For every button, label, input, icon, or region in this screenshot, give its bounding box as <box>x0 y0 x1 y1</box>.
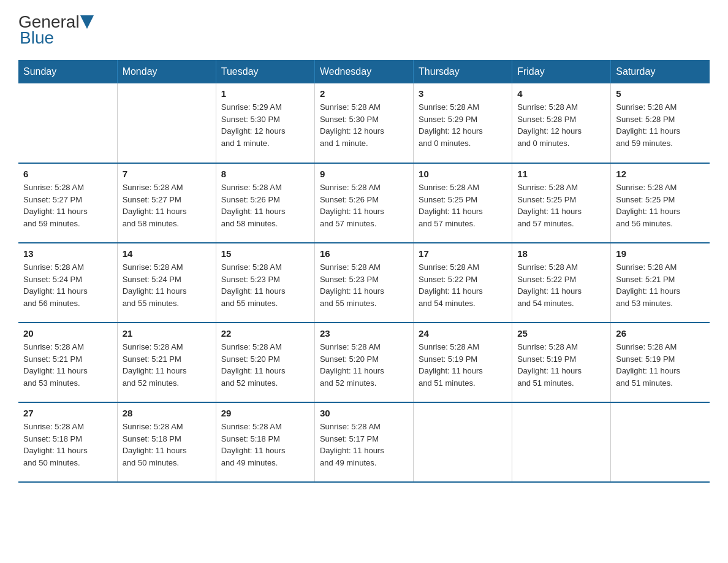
day-info: Sunrise: 5:28 AM Sunset: 5:24 PM Dayligh… <box>23 261 112 309</box>
day-info: Sunrise: 5:28 AM Sunset: 5:25 PM Dayligh… <box>419 182 507 229</box>
day-number: 21 <box>123 328 211 339</box>
calendar-week-row: 20Sunrise: 5:28 AM Sunset: 5:21 PM Dayli… <box>18 323 710 402</box>
day-number: 23 <box>320 328 408 339</box>
day-number: 8 <box>221 169 309 179</box>
day-info: Sunrise: 5:28 AM Sunset: 5:21 PM Dayligh… <box>616 261 705 309</box>
calendar-cell: 18Sunrise: 5:28 AM Sunset: 5:22 PM Dayli… <box>512 243 611 323</box>
calendar-cell: 15Sunrise: 5:28 AM Sunset: 5:23 PM Dayli… <box>216 243 314 323</box>
day-number: 30 <box>320 408 408 418</box>
day-number: 20 <box>23 328 112 339</box>
day-number: 22 <box>221 328 309 339</box>
day-number: 1 <box>221 88 309 99</box>
day-number: 16 <box>320 248 408 259</box>
calendar-cell <box>117 83 216 163</box>
day-of-week-header: Monday <box>117 60 216 83</box>
day-number: 25 <box>517 328 605 339</box>
calendar-cell: 8Sunrise: 5:28 AM Sunset: 5:26 PM Daylig… <box>216 163 314 243</box>
calendar-cell: 30Sunrise: 5:28 AM Sunset: 5:17 PM Dayli… <box>314 402 413 482</box>
day-number: 17 <box>419 248 507 259</box>
calendar-table: SundayMondayTuesdayWednesdayThursdayFrid… <box>18 60 710 483</box>
day-number: 4 <box>517 88 605 99</box>
day-info: Sunrise: 5:28 AM Sunset: 5:18 PM Dayligh… <box>23 421 112 469</box>
day-info: Sunrise: 5:28 AM Sunset: 5:25 PM Dayligh… <box>616 182 705 229</box>
calendar-cell: 19Sunrise: 5:28 AM Sunset: 5:21 PM Dayli… <box>611 243 710 323</box>
day-number: 9 <box>320 169 408 179</box>
day-number: 15 <box>221 248 309 259</box>
day-number: 27 <box>23 408 112 418</box>
day-number: 14 <box>123 248 211 259</box>
day-info: Sunrise: 5:28 AM Sunset: 5:26 PM Dayligh… <box>221 182 309 229</box>
calendar-week-row: 13Sunrise: 5:28 AM Sunset: 5:24 PM Dayli… <box>18 243 710 323</box>
calendar-cell: 24Sunrise: 5:28 AM Sunset: 5:19 PM Dayli… <box>414 323 512 402</box>
calendar-cell: 16Sunrise: 5:28 AM Sunset: 5:23 PM Dayli… <box>314 243 413 323</box>
day-info: Sunrise: 5:28 AM Sunset: 5:23 PM Dayligh… <box>221 261 309 309</box>
day-number: 24 <box>419 328 507 339</box>
day-number: 7 <box>123 169 211 179</box>
svg-marker-0 <box>80 15 94 29</box>
page-header: General Blue <box>18 12 710 48</box>
day-number: 19 <box>616 248 705 259</box>
day-info: Sunrise: 5:28 AM Sunset: 5:27 PM Dayligh… <box>23 182 112 229</box>
day-info: Sunrise: 5:28 AM Sunset: 5:25 PM Dayligh… <box>517 182 605 229</box>
calendar-cell <box>611 402 710 482</box>
calendar-cell: 3Sunrise: 5:28 AM Sunset: 5:29 PM Daylig… <box>414 83 512 163</box>
calendar-cell: 17Sunrise: 5:28 AM Sunset: 5:22 PM Dayli… <box>414 243 512 323</box>
calendar-cell: 4Sunrise: 5:28 AM Sunset: 5:28 PM Daylig… <box>512 83 611 163</box>
day-of-week-header: Wednesday <box>314 60 413 83</box>
calendar-cell: 27Sunrise: 5:28 AM Sunset: 5:18 PM Dayli… <box>18 402 117 482</box>
day-number: 11 <box>517 169 605 179</box>
day-number: 3 <box>419 88 507 99</box>
day-info: Sunrise: 5:28 AM Sunset: 5:20 PM Dayligh… <box>221 341 309 389</box>
day-info: Sunrise: 5:28 AM Sunset: 5:24 PM Dayligh… <box>123 261 211 309</box>
day-info: Sunrise: 5:28 AM Sunset: 5:30 PM Dayligh… <box>320 101 408 149</box>
day-info: Sunrise: 5:28 AM Sunset: 5:22 PM Dayligh… <box>419 261 507 309</box>
day-info: Sunrise: 5:28 AM Sunset: 5:19 PM Dayligh… <box>517 341 605 389</box>
day-info: Sunrise: 5:28 AM Sunset: 5:21 PM Dayligh… <box>123 341 211 389</box>
day-of-week-header: Friday <box>512 60 611 83</box>
day-info: Sunrise: 5:28 AM Sunset: 5:20 PM Dayligh… <box>320 341 408 389</box>
day-number: 29 <box>221 408 309 418</box>
calendar-week-row: 1Sunrise: 5:29 AM Sunset: 5:30 PM Daylig… <box>18 83 710 163</box>
day-number: 13 <box>23 248 112 259</box>
calendar-cell: 25Sunrise: 5:28 AM Sunset: 5:19 PM Dayli… <box>512 323 611 402</box>
day-info: Sunrise: 5:28 AM Sunset: 5:19 PM Dayligh… <box>616 341 705 389</box>
calendar-header-row: SundayMondayTuesdayWednesdayThursdayFrid… <box>18 60 710 83</box>
day-number: 26 <box>616 328 705 339</box>
day-of-week-header: Saturday <box>611 60 710 83</box>
day-info: Sunrise: 5:29 AM Sunset: 5:30 PM Dayligh… <box>221 101 309 149</box>
calendar-cell <box>414 402 512 482</box>
day-number: 10 <box>419 169 507 179</box>
logo-blue-label: Blue <box>20 28 54 47</box>
day-number: 2 <box>320 88 408 99</box>
day-info: Sunrise: 5:28 AM Sunset: 5:19 PM Dayligh… <box>419 341 507 389</box>
calendar-cell: 10Sunrise: 5:28 AM Sunset: 5:25 PM Dayli… <box>414 163 512 243</box>
calendar-cell: 23Sunrise: 5:28 AM Sunset: 5:20 PM Dayli… <box>314 323 413 402</box>
calendar-cell: 7Sunrise: 5:28 AM Sunset: 5:27 PM Daylig… <box>117 163 216 243</box>
calendar-cell: 14Sunrise: 5:28 AM Sunset: 5:24 PM Dayli… <box>117 243 216 323</box>
calendar-cell: 20Sunrise: 5:28 AM Sunset: 5:21 PM Dayli… <box>18 323 117 402</box>
day-info: Sunrise: 5:28 AM Sunset: 5:27 PM Dayligh… <box>123 182 211 229</box>
day-info: Sunrise: 5:28 AM Sunset: 5:18 PM Dayligh… <box>123 421 211 469</box>
day-number: 6 <box>23 169 112 179</box>
day-number: 12 <box>616 169 705 179</box>
day-of-week-header: Tuesday <box>216 60 314 83</box>
calendar-cell: 28Sunrise: 5:28 AM Sunset: 5:18 PM Dayli… <box>117 402 216 482</box>
calendar-cell: 29Sunrise: 5:28 AM Sunset: 5:18 PM Dayli… <box>216 402 314 482</box>
day-info: Sunrise: 5:28 AM Sunset: 5:28 PM Dayligh… <box>616 101 705 149</box>
calendar-cell: 1Sunrise: 5:29 AM Sunset: 5:30 PM Daylig… <box>216 83 314 163</box>
day-info: Sunrise: 5:28 AM Sunset: 5:17 PM Dayligh… <box>320 421 408 469</box>
day-info: Sunrise: 5:28 AM Sunset: 5:18 PM Dayligh… <box>221 421 309 469</box>
day-info: Sunrise: 5:28 AM Sunset: 5:26 PM Dayligh… <box>320 182 408 229</box>
calendar-cell: 13Sunrise: 5:28 AM Sunset: 5:24 PM Dayli… <box>18 243 117 323</box>
calendar-cell: 2Sunrise: 5:28 AM Sunset: 5:30 PM Daylig… <box>314 83 413 163</box>
day-number: 18 <box>517 248 605 259</box>
calendar-cell: 5Sunrise: 5:28 AM Sunset: 5:28 PM Daylig… <box>611 83 710 163</box>
calendar-cell: 12Sunrise: 5:28 AM Sunset: 5:25 PM Dayli… <box>611 163 710 243</box>
calendar-cell: 21Sunrise: 5:28 AM Sunset: 5:21 PM Dayli… <box>117 323 216 402</box>
calendar-cell <box>512 402 611 482</box>
calendar-cell: 9Sunrise: 5:28 AM Sunset: 5:26 PM Daylig… <box>314 163 413 243</box>
day-info: Sunrise: 5:28 AM Sunset: 5:22 PM Dayligh… <box>517 261 605 309</box>
calendar-week-row: 6Sunrise: 5:28 AM Sunset: 5:27 PM Daylig… <box>18 163 710 243</box>
calendar-cell: 11Sunrise: 5:28 AM Sunset: 5:25 PM Dayli… <box>512 163 611 243</box>
logo: General Blue <box>18 12 94 48</box>
